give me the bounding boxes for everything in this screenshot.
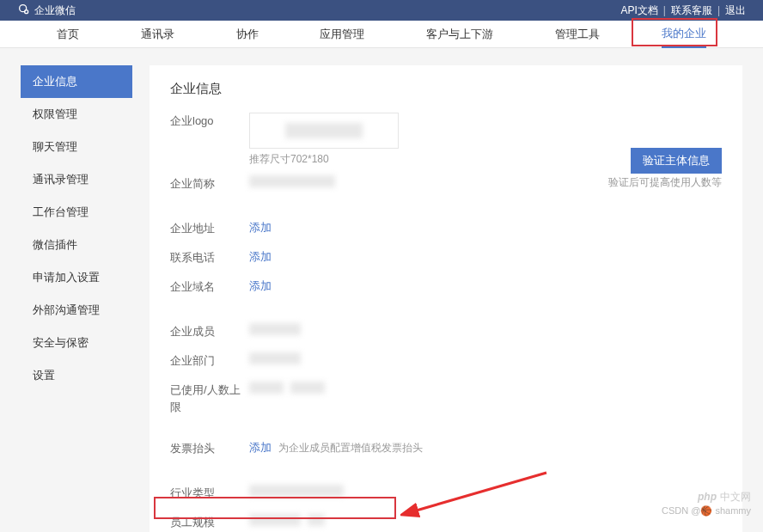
field-usage: 已使用/人数上限 [170,382,722,416]
field-invoice: 发票抬头 添加 为企业成员配置增值税发票抬头 [170,440,722,461]
field-scale: 员工规模 [170,514,722,532]
label-logo: 企业logo [170,113,249,130]
verify-entity-button[interactable]: 验证主体信息 [631,148,722,174]
label-members: 企业成员 [170,323,249,340]
invoice-hint: 为企业成员配置增值税发票抬头 [278,441,423,456]
link-contact-support[interactable]: 联系客服 [671,3,712,18]
sidebar-item-wechat-plugin[interactable]: 微信插件 [21,229,132,261]
csdn-watermark: CSDN @🏀 shammy [662,504,751,517]
logo-preview[interactable] [249,113,399,149]
sidebar-item-workbench[interactable]: 工作台管理 [21,196,132,229]
main-navbar: 首页 通讯录 协作 应用管理 客户与上下游 管理工具 我的企业 [0,21,763,48]
add-invoice-link[interactable]: 添加 [249,440,272,456]
label-industry: 行业类型 [170,485,249,502]
nav-contacts[interactable]: 通讯录 [141,21,174,48]
link-api-docs[interactable]: API文档 [620,3,657,18]
label-departments: 企业部门 [170,352,249,370]
nav-admin-tools[interactable]: 管理工具 [555,21,600,48]
add-phone-link[interactable]: 添加 [249,249,272,265]
field-industry: 行业类型 [170,485,722,505]
sidebar-item-permissions[interactable]: 权限管理 [21,98,132,131]
nav-home[interactable]: 首页 [57,21,79,48]
nav-app-management[interactable]: 应用管理 [320,21,364,48]
field-domain: 企业域名 添加 [170,278,722,299]
nav-customers[interactable]: 客户与上下游 [426,21,493,48]
label-scale: 员工规模 [170,514,249,531]
sidebar-item-enterprise-info[interactable]: 企业信息 [21,65,132,98]
field-address: 企业地址 添加 [170,220,722,241]
verify-hint: 验证后可提高使用人数等 [608,175,722,190]
page-title: 企业信息 [170,81,722,97]
label-phone: 联系电话 [170,249,249,266]
label-address: 企业地址 [170,220,249,237]
brand-name: 企业微信 [34,3,76,18]
watermark: php中文网 CSDN @🏀 shammy [662,491,751,517]
php-logo-icon: php [698,491,717,504]
sidebar: 企业信息 权限管理 聊天管理 通讯录管理 工作台管理 微信插件 申请加入设置 外… [21,65,132,532]
svg-point-1 [25,9,28,13]
label-name: 企业简称 [170,175,249,193]
add-address-link[interactable]: 添加 [249,220,272,235]
sidebar-item-security[interactable]: 安全与保密 [21,327,132,359]
sidebar-item-settings[interactable]: 设置 [21,359,132,392]
sidebar-item-external-comm[interactable]: 外部沟通管理 [21,294,132,327]
wecom-logo-icon [17,3,31,19]
label-domain: 企业域名 [170,278,249,296]
sidebar-item-join-settings[interactable]: 申请加入设置 [21,261,132,294]
field-phone: 联系电话 添加 [170,249,722,270]
divider: | [663,4,666,16]
add-domain-link[interactable]: 添加 [249,278,272,294]
label-invoice: 发票抬头 [170,440,249,457]
sidebar-item-chat[interactable]: 聊天管理 [21,131,132,163]
field-departments: 企业部门 [170,352,722,373]
link-logout[interactable]: 退出 [725,3,746,18]
field-members: 企业成员 [170,323,722,344]
logo-recommend: 推荐尺寸702*180 [249,152,399,167]
content-panel: 企业信息 企业logo 推荐尺寸702*180 验证主体信息 验证后可提高使用人… [150,65,742,532]
label-usage: 已使用/人数上限 [170,382,249,416]
topbar: 企业微信 API文档 | 联系客服 | 退出 [0,0,763,21]
sidebar-item-contacts-mgmt[interactable]: 通讯录管理 [21,163,132,196]
divider: | [717,4,720,16]
nav-collaboration[interactable]: 协作 [236,21,259,48]
nav-my-enterprise[interactable]: 我的企业 [662,21,706,48]
